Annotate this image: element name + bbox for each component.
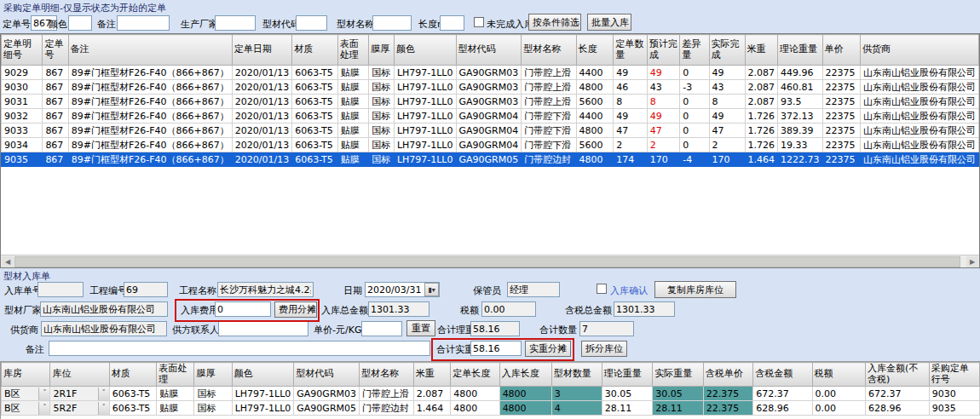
table-row[interactable]: 902986789#门框型材F26-F40（866+867）2020/01/13… xyxy=(2,66,979,80)
column-header[interactable]: 膜厚 xyxy=(194,363,232,387)
column-header[interactable]: 膜厚 xyxy=(369,35,395,66)
table-row[interactable]: 903386789#门框型材F26-F40（866+867）2020/01/13… xyxy=(2,123,979,138)
total-theory-input[interactable] xyxy=(470,321,520,336)
fee-share-button[interactable]: 费用分摊 xyxy=(274,301,317,318)
column-header[interactable]: 定单号 xyxy=(43,35,68,66)
supplier-contact-input[interactable] xyxy=(218,321,308,336)
factory-input[interactable] xyxy=(40,301,168,317)
combo-cell[interactable]: B区˅ xyxy=(2,401,50,416)
column-header[interactable]: 颜色 xyxy=(394,35,456,66)
reset-button[interactable]: 重置 xyxy=(406,320,435,336)
tax-label: 税额 xyxy=(460,304,479,317)
split-location-button[interactable]: 拆分库位 xyxy=(581,341,627,357)
table-row[interactable]: 903586789#门框型材F26-F40（866+867）2020/01/13… xyxy=(2,152,979,167)
column-header[interactable]: 入库金额(不含税) xyxy=(866,363,930,387)
table-row[interactable]: 903486789#门框型材F26-F40（866+867）2020/01/13… xyxy=(2,138,979,152)
length-filter-input[interactable] xyxy=(440,15,464,31)
column-header[interactable]: 含税金额 xyxy=(753,363,812,387)
column-header[interactable]: 库房 xyxy=(2,363,50,387)
table-cell: 1222.73 xyxy=(778,152,823,167)
column-header[interactable]: 型材数量 xyxy=(551,363,602,387)
unit-price-input[interactable] xyxy=(361,321,402,336)
column-header[interactable]: 理论重量 xyxy=(602,363,653,387)
supplier-input[interactable] xyxy=(41,321,167,336)
column-header[interactable]: 供货商 xyxy=(860,35,978,66)
total-actual-input[interactable] xyxy=(470,341,522,356)
tax-input[interactable] xyxy=(481,301,536,317)
project-no-input[interactable] xyxy=(124,282,168,297)
combo-cell[interactable]: 5R2F˅ xyxy=(50,401,109,416)
total-qty-input[interactable] xyxy=(579,321,634,336)
column-header[interactable]: 定单日期 xyxy=(232,35,291,66)
purchase-order-grid-frame: 定单明细号定单号备注定单日期材质表面处理膜厚颜色型材代码型材名称长度定单数量预计… xyxy=(0,33,980,268)
total-with-tax-input[interactable] xyxy=(614,301,675,317)
table-row[interactable]: B区˅2R1F˅6063-T5贴膜国标LH797-1LL0GA90GRM03门带… xyxy=(2,387,980,401)
color-filter-input[interactable] xyxy=(68,15,92,31)
column-header[interactable]: 含税单价 xyxy=(703,363,753,387)
remark-filter-input[interactable] xyxy=(117,15,170,31)
column-header[interactable]: 材质 xyxy=(109,363,157,387)
scroll-right-icon[interactable]: ▶ xyxy=(966,256,978,267)
column-header[interactable]: 型材名称 xyxy=(522,35,576,66)
chevron-down-icon[interactable]: ˅ xyxy=(98,387,109,400)
keeper-input[interactable] xyxy=(507,282,560,297)
unfinished-inbound-checkbox[interactable] xyxy=(474,17,484,27)
column-header[interactable]: 理论重量 xyxy=(778,35,823,66)
table-cell: 山东南山铝业股份有限公司 xyxy=(860,109,978,123)
chevron-down-icon[interactable]: ˅ xyxy=(38,402,49,415)
manufacturer-input[interactable] xyxy=(215,15,256,31)
batch-inbound-button[interactable]: 批量入库 xyxy=(587,14,631,31)
column-header[interactable]: 型材名称 xyxy=(360,363,414,387)
total-amount-input[interactable] xyxy=(368,301,429,317)
copy-location-button[interactable]: 复制库房库位 xyxy=(654,281,736,298)
table-row[interactable]: 903186789#门框型材F26-F40（866+867）2020/01/13… xyxy=(2,95,979,109)
column-header[interactable]: 单价 xyxy=(822,35,860,66)
table-cell: 89#门框型材F26-F40（866+867） xyxy=(68,66,232,80)
column-header[interactable]: 备注 xyxy=(68,35,232,66)
combo-cell[interactable]: B区˅ xyxy=(2,387,50,401)
column-header[interactable]: 实际重量 xyxy=(653,363,704,387)
inbound-confirm-checkbox[interactable] xyxy=(597,284,607,294)
column-header[interactable]: 型材代码 xyxy=(456,35,522,66)
table-row[interactable]: B区˅5R2F˅6063-T5贴膜国标LH797-1LL0GA90GRM05门带… xyxy=(2,401,980,416)
scrollbar-thumb[interactable] xyxy=(14,256,960,267)
column-header[interactable]: 颜色 xyxy=(232,363,294,387)
table-cell: 49 xyxy=(709,66,745,80)
column-header[interactable]: 表面处理 xyxy=(337,35,369,66)
column-header[interactable]: 税额 xyxy=(812,363,865,387)
column-header[interactable]: 定单长度 xyxy=(451,363,499,387)
column-header[interactable]: 表面处理 xyxy=(157,363,194,387)
column-header[interactable]: 入库长度 xyxy=(499,363,551,387)
column-header[interactable]: 长度 xyxy=(576,35,614,66)
project-name-input[interactable] xyxy=(217,282,314,297)
column-header[interactable]: 米重 xyxy=(413,363,450,387)
column-header[interactable]: 采购定单行号 xyxy=(929,363,979,387)
column-header[interactable]: 库位 xyxy=(50,363,109,387)
actual-weight-share-button[interactable]: 实重分摊 xyxy=(525,341,571,357)
table-cell: 89#门框型材F26-F40（866+867） xyxy=(68,95,232,109)
column-header[interactable]: 预计完成 xyxy=(647,35,679,66)
scroll-left-icon[interactable]: ◀ xyxy=(2,256,14,267)
remark-input[interactable] xyxy=(49,341,430,356)
column-header[interactable]: 实际完成 xyxy=(709,35,745,66)
column-header[interactable]: 定单明细号 xyxy=(2,35,43,66)
calendar-dropdown-button[interactable]: ▮▾ xyxy=(424,283,439,296)
chevron-down-icon[interactable]: ˅ xyxy=(38,387,49,400)
profile-code-filter-input[interactable] xyxy=(296,15,327,31)
column-header[interactable]: 米重 xyxy=(745,35,778,66)
filter-by-condition-button[interactable]: 按条件筛选 xyxy=(528,14,581,31)
table-row[interactable]: 903086789#门框型材F26-F40（866+867）2020/01/13… xyxy=(2,80,979,95)
receipt-no-input[interactable] xyxy=(37,282,84,297)
table-row[interactable]: 903286789#门框型材F26-F40（866+867）2020/01/13… xyxy=(2,109,979,123)
table-cell: 4400 xyxy=(576,109,614,123)
column-header[interactable]: 定单数量 xyxy=(614,35,648,66)
column-header[interactable]: 型材代码 xyxy=(294,363,360,387)
table-cell: 867 xyxy=(43,138,68,152)
chevron-down-icon[interactable]: ˅ xyxy=(98,402,109,415)
combo-cell[interactable]: 2R1F˅ xyxy=(50,387,109,401)
horizontal-scrollbar[interactable]: ◀ ▶ xyxy=(1,255,979,267)
column-header[interactable]: 差异量 xyxy=(680,35,709,66)
fee-input[interactable] xyxy=(215,301,271,317)
column-header[interactable]: 材质 xyxy=(292,35,338,66)
profile-name-filter-input[interactable] xyxy=(372,15,412,31)
